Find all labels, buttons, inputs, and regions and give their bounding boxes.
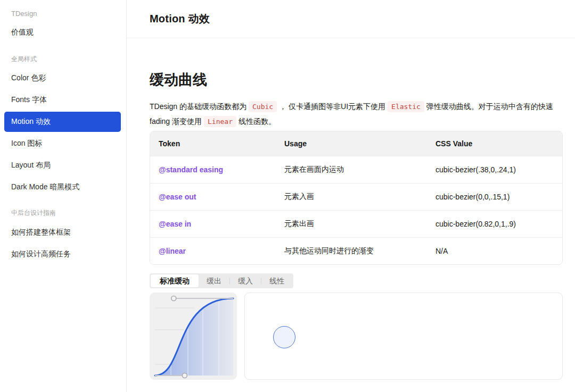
table-column-header: CSS Value bbox=[427, 131, 562, 156]
inline-code-chip: Cubic bbox=[249, 101, 277, 112]
easing-table-container: TokenUsageCSS Value @standard easing元素在画… bbox=[150, 131, 563, 265]
sidebar-item-color-色彩[interactable]: Color 色彩 bbox=[4, 68, 121, 88]
animation-stage-card bbox=[244, 293, 563, 380]
usage-cell: 元素在画面内运动 bbox=[276, 156, 427, 184]
sidebar-item-如何设计高频任务[interactable]: 如何设计高频任务 bbox=[4, 244, 121, 264]
sidebar-group-label: 中后台设计指南 bbox=[0, 207, 126, 218]
tab-线性[interactable]: 线性 bbox=[261, 274, 292, 287]
easing-table-header: TokenUsageCSS Value bbox=[150, 131, 562, 156]
sidebar-nav: TDesign价值观全局样式Color 色彩Fonts 字体Motion 动效I… bbox=[0, 0, 127, 392]
intro-paragraph: TDesign 的基础缓动函数都为Cubic， 仅卡通插图等非UI元素下使用El… bbox=[150, 99, 563, 129]
css-value-cell: N/A bbox=[427, 238, 562, 265]
sidebar-group-label: 全局样式 bbox=[0, 54, 126, 64]
css-value-cell: cubic-bezier(.38,0,.24,1) bbox=[427, 156, 562, 184]
usage-cell: 与其他运动同时进行的渐变 bbox=[276, 238, 427, 265]
tab-缓入[interactable]: 缓入 bbox=[230, 274, 261, 287]
sidebar-item-motion-动效[interactable]: Motion 动效 bbox=[4, 112, 121, 132]
sidebar-item-fonts-字体[interactable]: Fonts 字体 bbox=[4, 90, 121, 110]
section-title: 缓动曲线 bbox=[150, 70, 563, 89]
token-name: @ease in bbox=[159, 220, 191, 228]
page-header: Motion 动效 bbox=[127, 0, 575, 38]
token-name: @linear bbox=[159, 247, 186, 255]
main-panel: Motion 动效 缓动曲线 TDesign 的基础缓动函数都为Cubic， 仅… bbox=[127, 0, 575, 392]
table-column-header: Usage bbox=[276, 131, 427, 156]
inline-code-chip: Elastic bbox=[388, 101, 424, 112]
tab-标准缓动[interactable]: 标准缓动 bbox=[151, 274, 199, 287]
bezier-handle-bottom[interactable] bbox=[182, 373, 187, 378]
table-row: @linear与其他运动同时进行的渐变N/A bbox=[150, 238, 562, 265]
sidebar-item-如何搭建整体框架[interactable]: 如何搭建整体框架 bbox=[4, 222, 121, 243]
page-title: Motion 动效 bbox=[150, 12, 210, 26]
sidebar-item-layout-布局[interactable]: Layout 布局 bbox=[4, 155, 121, 176]
css-value-cell: cubic-bezier(0.82,0,1,.9) bbox=[427, 211, 562, 238]
app-window: TDesign价值观全局样式Color 色彩Fonts 字体Motion 动效I… bbox=[0, 0, 575, 392]
sidebar-item-icon-图标[interactable]: Icon 图标 bbox=[4, 134, 121, 154]
bezier-handle-top[interactable] bbox=[171, 296, 176, 301]
sidebar-item-价值观[interactable]: 价值观 bbox=[4, 22, 121, 43]
table-row: @ease out元素入画cubic-bezier(0,0,.15,1) bbox=[150, 184, 562, 211]
table-column-header: Token bbox=[150, 131, 276, 156]
usage-cell: 元素入画 bbox=[276, 184, 427, 211]
css-value-cell: cubic-bezier(0,0,.15,1) bbox=[427, 184, 562, 211]
sidebar-item-dark-mode-暗黑模式[interactable]: Dark Mode 暗黑模式 bbox=[4, 177, 121, 197]
table-row: @ease in元素出画cubic-bezier(0.82,0,1,.9) bbox=[150, 211, 562, 238]
easing-table: TokenUsageCSS Value @standard easing元素在画… bbox=[150, 131, 562, 264]
page-content: 缓动曲线 TDesign 的基础缓动函数都为Cubic， 仅卡通插图等非UI元素… bbox=[127, 70, 575, 380]
token-name: @standard easing bbox=[159, 165, 223, 174]
tab-缓出[interactable]: 缓出 bbox=[199, 274, 229, 287]
sidebar-brand-label: TDesign bbox=[0, 9, 126, 19]
table-row: @standard easing元素在画面内运动cubic-bezier(.38… bbox=[150, 156, 562, 184]
easing-demo-row bbox=[150, 293, 563, 380]
bezier-curve-chart bbox=[150, 293, 237, 380]
token-name: @ease out bbox=[159, 193, 196, 201]
inline-code-chip: Linear bbox=[204, 116, 236, 127]
easing-tab-bar: 标准缓动缓出缓入线性 bbox=[150, 273, 293, 288]
animation-ball bbox=[273, 326, 295, 348]
bezier-curve-card bbox=[150, 293, 237, 380]
usage-cell: 元素出画 bbox=[276, 211, 427, 238]
